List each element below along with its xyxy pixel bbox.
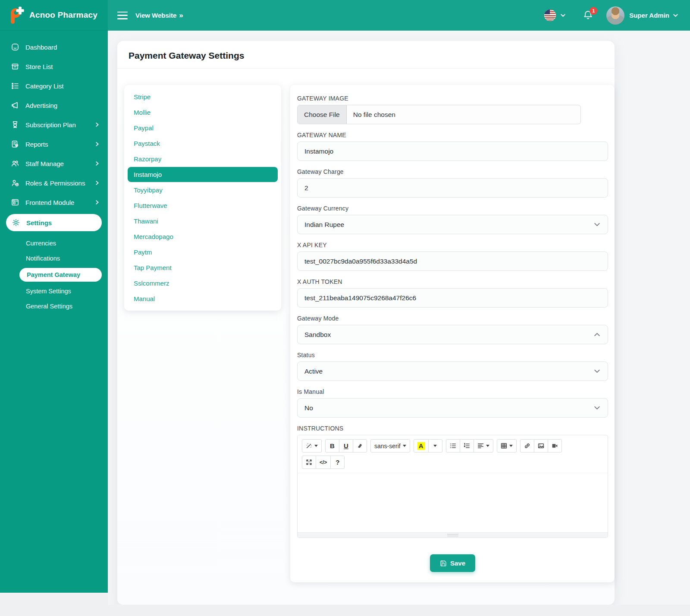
sidebar-item-dashboard[interactable]: Dashboard xyxy=(0,38,108,56)
paragraph-button[interactable] xyxy=(474,439,493,453)
x-auth-token-label: X AUTH TOKEN xyxy=(297,278,608,285)
view-website-label: View Website xyxy=(135,12,176,19)
choose-file-button[interactable]: Choose File xyxy=(298,105,347,124)
underline-button[interactable]: U xyxy=(339,439,353,453)
gateway-charge-label: Gateway Charge xyxy=(297,168,608,175)
gateway-item-thawani[interactable]: Thawani xyxy=(124,214,281,229)
gateway-item-stripe[interactable]: Stripe xyxy=(124,89,281,104)
gateway-name-input[interactable] xyxy=(297,141,608,161)
sidebar-item-store-list[interactable]: Store List xyxy=(0,57,108,75)
sidebar-item-reports[interactable]: Reports xyxy=(0,135,108,153)
chevron-down-icon xyxy=(593,368,601,375)
category-icon xyxy=(11,82,19,90)
bold-button[interactable]: B xyxy=(325,439,339,453)
gateway-item-flutterwave[interactable]: Flutterwave xyxy=(124,198,281,213)
gateway-image-label: GATEWAY IMAGE xyxy=(297,95,608,102)
payment-gateway-settings-card: Payment Gateway Settings StripeMolliePay… xyxy=(117,41,615,605)
sidebar-item-frontend-module[interactable]: Frontend Module xyxy=(0,193,108,211)
save-icon xyxy=(440,560,447,567)
chevron-up-icon xyxy=(593,331,601,338)
brand-logo[interactable]: Acnoo Pharmacy xyxy=(0,0,108,31)
chevron-right-icon xyxy=(94,160,100,167)
file-chosen-status: No file chosen xyxy=(347,111,402,119)
submenu-item-notifications[interactable]: Notifications xyxy=(0,251,108,266)
gateway-charge-input[interactable] xyxy=(297,178,608,198)
instructions-editor-area[interactable] xyxy=(298,473,608,532)
fullscreen-button[interactable] xyxy=(302,456,316,469)
codeview-button[interactable]: </> xyxy=(316,456,331,469)
page-title: Payment Gateway Settings xyxy=(117,41,615,69)
settings-icon xyxy=(12,218,20,227)
sidebar-item-staff-manage[interactable]: Staff Manage xyxy=(0,154,108,173)
sidebar-item-category-list[interactable]: Category List xyxy=(0,77,108,95)
submenu-item-payment-gateway[interactable]: Payment Gateway xyxy=(19,268,102,282)
gateway-mode-select[interactable]: Sandbox xyxy=(297,325,608,344)
view-website-link[interactable]: View Website » xyxy=(135,11,182,20)
gateway-currency-select[interactable]: Indian Rupee xyxy=(297,215,608,234)
notifications-button[interactable]: 1 xyxy=(583,10,593,21)
settings-submenu: CurrenciesNotificationsPayment GatewaySy… xyxy=(0,234,108,314)
submenu-item-general-settings[interactable]: General Settings xyxy=(0,299,108,314)
gateway-item-paystack[interactable]: Paystack xyxy=(124,136,281,151)
editor-resize-handle[interactable] xyxy=(298,532,608,537)
x-api-key-label: X API KEY xyxy=(297,242,608,248)
sidebar-item-settings[interactable]: Settings xyxy=(6,214,102,231)
sidebar-nav: DashboardStore ListCategory ListAdvertis… xyxy=(0,31,108,314)
sidebar: Acnoo Pharmacy DashboardStore ListCatego… xyxy=(0,0,108,593)
chevron-right-icon xyxy=(94,199,100,205)
caret-down-icon xyxy=(486,445,489,447)
gateway-item-manual[interactable]: Manual xyxy=(124,291,281,306)
advertising-icon xyxy=(11,101,19,110)
x-auth-token-input[interactable] xyxy=(297,288,608,308)
chevron-down-icon xyxy=(593,404,601,412)
sidebar-item-subscription-plan[interactable]: Subscription Plan xyxy=(0,116,108,134)
gateway-item-mollie[interactable]: Mollie xyxy=(124,105,281,120)
subscription-icon xyxy=(11,120,19,129)
hamburger-icon[interactable] xyxy=(117,12,128,19)
help-button[interactable]: ? xyxy=(330,456,345,469)
submenu-item-system-settings[interactable]: System Settings xyxy=(0,284,108,299)
gateway-list: StripeMolliePaypalPaystackRazorpayInstam… xyxy=(124,85,281,311)
color-button[interactable]: A xyxy=(414,439,429,453)
user-name[interactable]: Super Admin xyxy=(629,12,669,19)
avatar[interactable] xyxy=(606,6,624,25)
is-manual-select[interactable]: No xyxy=(297,398,608,418)
eraser-button[interactable] xyxy=(353,439,367,453)
instructions-editor: BUsans-serifA</>? xyxy=(297,435,608,538)
caret-down-icon xyxy=(403,445,406,447)
color-caret-button[interactable] xyxy=(428,439,442,453)
gateway-item-mercadopago[interactable]: Mercadopago xyxy=(124,229,281,244)
chevron-right-icon xyxy=(94,141,100,147)
table-button[interactable] xyxy=(497,439,517,453)
unordered-list-button[interactable] xyxy=(446,439,460,453)
reports-icon xyxy=(11,140,19,148)
ordered-list-button[interactable] xyxy=(460,439,474,453)
store-icon xyxy=(11,62,19,71)
video-button[interactable] xyxy=(548,439,562,453)
font-family-button[interactable]: sans-serif xyxy=(370,439,410,453)
gateway-item-paytm[interactable]: Paytm xyxy=(124,245,281,260)
style-dropdown-button[interactable] xyxy=(302,439,322,453)
status-select[interactable]: Active xyxy=(297,361,608,381)
x-api-key-input[interactable] xyxy=(297,251,608,271)
us-flag-icon[interactable] xyxy=(544,9,556,21)
chevron-right-icon xyxy=(94,122,100,128)
link-button[interactable] xyxy=(520,439,534,453)
submenu-item-currencies[interactable]: Currencies xyxy=(0,236,108,251)
sidebar-item-roles-permissions[interactable]: Roles & Permissions xyxy=(0,174,108,192)
caret-down-icon xyxy=(314,445,318,447)
caret-down-icon xyxy=(433,445,437,447)
language-chevron-down-icon[interactable] xyxy=(560,12,566,19)
chevron-right-icon xyxy=(94,180,100,186)
gateway-item-paypal[interactable]: Paypal xyxy=(124,120,281,135)
save-button[interactable]: Save xyxy=(430,554,475,572)
user-chevron-down-icon[interactable] xyxy=(672,12,679,19)
sidebar-item-advertising[interactable]: Advertising xyxy=(0,96,108,114)
gateway-item-toyyibpay[interactable]: Toyyibpay xyxy=(124,182,281,198)
gateway-item-razorpay[interactable]: Razorpay xyxy=(124,151,281,167)
gateway-item-sslcommerz[interactable]: Sslcommerz xyxy=(124,276,281,291)
picture-button[interactable] xyxy=(534,439,548,453)
gateway-image-input[interactable]: Choose File No file chosen xyxy=(297,105,581,124)
gateway-item-tap-payment[interactable]: Tap Payment xyxy=(124,260,281,275)
gateway-item-instamojo[interactable]: Instamojo xyxy=(128,167,278,182)
